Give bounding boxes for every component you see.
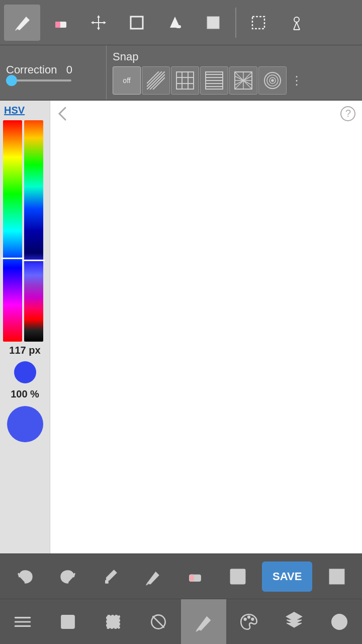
menu-nav-button[interactable] — [0, 599, 45, 645]
export-button[interactable] — [220, 558, 256, 595]
snap-off-label: off — [123, 76, 130, 85]
correction-text: Correction — [6, 63, 57, 76]
snap-off-button[interactable]: off — [113, 66, 141, 95]
svg-rect-41 — [190, 575, 195, 581]
size-label: 117 px — [9, 345, 40, 356]
bottom-grid-button[interactable] — [319, 558, 355, 595]
rectangle-tool-button[interactable] — [119, 5, 155, 41]
svg-rect-52 — [107, 615, 119, 628]
svg-line-8 — [297, 22, 300, 30]
undo-button[interactable] — [7, 558, 43, 595]
nav-help-button[interactable]: ? — [340, 106, 356, 126]
edit-nav-button[interactable] — [45, 599, 90, 645]
globe-nav-button[interactable] — [317, 599, 362, 645]
svg-rect-3 — [176, 25, 181, 28]
main-area: ? HSV 117 px 100 % — [0, 101, 362, 553]
snap-more-button[interactable]: ⋮ — [288, 66, 306, 95]
palette-nav-button[interactable] — [226, 599, 272, 645]
correction-value: 0 — [66, 63, 72, 76]
snap-row: Correction 0 Snap off — [0, 45, 362, 101]
eyedropper-button[interactable] — [92, 558, 128, 595]
snap-radial-button[interactable] — [229, 66, 257, 95]
redo-button[interactable] — [50, 558, 86, 595]
save-button[interactable]: SAVE — [262, 561, 312, 592]
svg-rect-43 — [330, 569, 344, 584]
svg-rect-1 — [55, 22, 60, 28]
pen-nav-button[interactable] — [181, 599, 226, 645]
snap-buttons: off — [113, 66, 356, 95]
toolbar-separator — [235, 8, 236, 38]
svg-point-56 — [247, 615, 250, 618]
correction-slider-row — [6, 79, 100, 82]
svg-text:?: ? — [345, 108, 351, 119]
brush-size-preview — [14, 361, 36, 383]
fill-tool-button[interactable] — [157, 5, 193, 41]
layers-nav-button[interactable] — [272, 599, 317, 645]
snap-label: Snap — [113, 50, 356, 63]
svg-point-55 — [244, 618, 246, 620]
bottom-pencil-button[interactable] — [135, 558, 171, 595]
bottom-eraser-button[interactable] — [177, 558, 213, 595]
hsv-label[interactable]: HSV — [4, 105, 25, 116]
hue-bar[interactable] — [3, 120, 22, 342]
spotlight-tool-button[interactable] — [279, 5, 315, 41]
move-tool-button[interactable] — [80, 5, 117, 41]
svg-rect-2 — [131, 17, 143, 29]
saturation-value-bar[interactable] — [24, 120, 43, 342]
svg-rect-4 — [207, 17, 219, 29]
selection-nav-button[interactable] — [90, 599, 136, 645]
svg-point-57 — [251, 618, 254, 620]
bottom-toolbar: SAVE — [0, 553, 362, 599]
color-swatch[interactable] — [7, 406, 43, 442]
color-bars — [3, 120, 47, 342]
correction-section: Correction 0 — [6, 45, 107, 100]
svg-line-11 — [150, 74, 165, 90]
eraser-tool-button[interactable] — [42, 5, 78, 41]
svg-line-54 — [152, 616, 164, 627]
svg-rect-39 — [106, 580, 109, 583]
color-square-button[interactable] — [195, 5, 231, 41]
svg-line-7 — [294, 22, 297, 30]
snap-circular-button[interactable] — [258, 66, 287, 95]
left-sidebar: HSV 117 px 100 % — [0, 101, 50, 553]
svg-rect-42 — [231, 569, 245, 584]
canvas-area[interactable] — [50, 101, 362, 553]
top-toolbar — [0, 0, 362, 45]
snap-section: Snap off — [107, 45, 356, 100]
pencil-tool-button[interactable] — [4, 5, 40, 41]
svg-rect-19 — [176, 72, 194, 89]
opacity-label: 100 % — [11, 388, 39, 400]
nav-back-button[interactable] — [55, 106, 71, 126]
snap-grid-button[interactable] — [171, 66, 199, 95]
hue-indicator — [2, 258, 24, 259]
snap-diagonal-button[interactable] — [142, 66, 170, 95]
correction-slider[interactable] — [6, 79, 71, 82]
bottom-nav — [0, 599, 362, 644]
eraser-nav-button[interactable] — [136, 599, 181, 645]
svg-rect-5 — [252, 17, 264, 29]
snap-horizontal-button[interactable] — [200, 66, 228, 95]
svg-point-36 — [272, 79, 274, 82]
svg-line-12 — [147, 71, 162, 87]
selection-tool-button[interactable] — [240, 5, 277, 41]
svg-point-6 — [294, 17, 299, 22]
saturation-indicator — [23, 260, 45, 261]
